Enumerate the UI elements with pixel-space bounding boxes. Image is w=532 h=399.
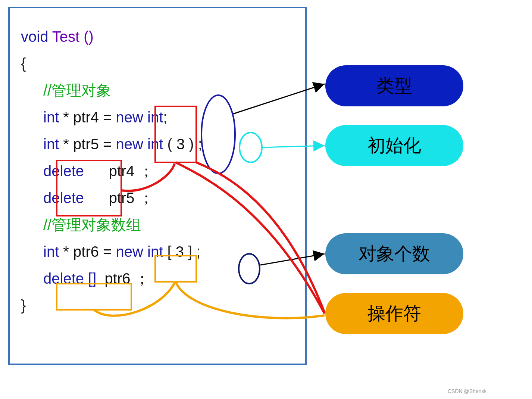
callout-type: 类型 [325,65,463,106]
code-block: void Test () { //管理对象 int * ptr4 = new i… [8,7,307,365]
code-line: int * ptr6 = new int [ 3 ] ; [21,238,294,265]
callout-op: 操作符 [325,293,463,334]
callout-init: 初始化 [325,125,463,166]
code-line: int * ptr5 = new int ( 3 ) ; [21,131,294,158]
code-line: delete [] ptr6 ； [21,265,294,292]
code-line: { [21,50,294,77]
code-comment: //管理对象 [21,77,294,104]
callout-count: 对象个数 [325,233,463,274]
code-comment: //管理对象数组 [21,211,294,238]
code-line: delete ptr4 ； [21,158,294,184]
watermark: CSDN @Shensk [448,388,486,394]
code-line: } [21,292,294,319]
code-line: delete ptr5 ； [21,184,294,211]
code-line: int * ptr4 = new int; [21,104,294,131]
code-line: void Test () [21,23,294,50]
